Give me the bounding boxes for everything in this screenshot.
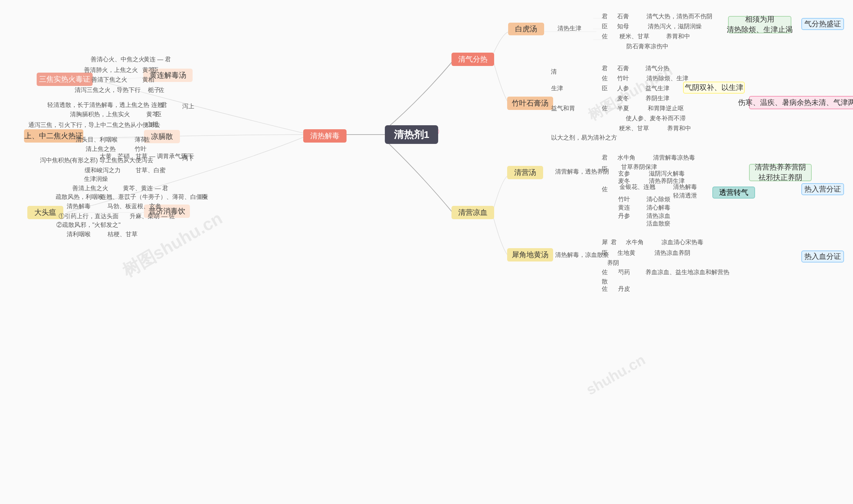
qingre-liangxue-r5: 清热凉血养阴: [645, 249, 700, 258]
huangbai-label: 黄柏: [138, 75, 158, 85]
center-node: 清热剂1: [385, 125, 438, 144]
fangshigao2: 防石膏寒凉伤中: [617, 42, 678, 51]
zuo-label-r3: 佐: [600, 104, 610, 113]
reyingxue-node: 热入营分证: [801, 183, 844, 195]
shigao-r2: 石膏: [613, 64, 633, 73]
dahuang-mangxiao-gancao: 大黄、芒硝、甘草 — 调胃承气汤: [98, 152, 188, 161]
zuo-label2: 佐: [142, 135, 152, 145]
zhi-label-r5: 佐: [600, 285, 610, 294]
huanhe-label: 缓和峻泻之力: [76, 166, 129, 175]
datou-label: 大头瘟: [34, 208, 56, 218]
yinshang-xing2: ①引药上行，直达头面: [54, 212, 123, 221]
qiming-node: 气阴双补、以生津: [683, 82, 745, 94]
jun-label1: 君: [160, 101, 169, 110]
qingqi-fenre-label: 清气分热: [458, 54, 487, 65]
shusan-fengre3: ②疏散风邪，"火郁发之": [54, 220, 123, 230]
shengma-chaihu2: 升麻、柴胡 — 佐: [125, 212, 180, 221]
maidong-r2: 麦冬: [613, 94, 633, 103]
weire-node: 伤寒、温疾、暑病余热未清、气津两伤证: [749, 96, 853, 109]
liangge-san-label: 凉膈散: [151, 131, 173, 142]
chen-label-r2: 臣: [600, 84, 610, 93]
shuiniujiao-r5: 水牛角: [621, 238, 648, 247]
shanqingshang: 善清上焦之火: [63, 184, 118, 193]
shiren-r2: 使人参、麦冬补而不滞: [618, 114, 693, 123]
qingying-liangxue-node: 清营凉血: [451, 206, 494, 219]
qingre-jiedu6: 清热解毒: [59, 202, 97, 211]
zuo-label-r4: 佐: [600, 185, 610, 194]
yangyiShengJin2: 养阴生津: [638, 94, 676, 103]
shengjin-label2: 生津润燥: [76, 175, 116, 184]
huoxue-r4: 活血散瘀: [639, 219, 677, 229]
xiangyi-node: 相须为用清热除烦、生津止渴: [728, 16, 792, 33]
chen-label3: 臣: [200, 193, 209, 202]
lianqiao3: 连翘、薏苡子（牛蒡子）、薄荷、白僵蚕: [100, 193, 208, 202]
liangxue-r1: 清营解毒凉热毒: [645, 153, 703, 163]
mabo-banlangen2: 马勃、板蓝根、玄参: [100, 202, 168, 211]
shaoyao-r5: 芍药: [613, 268, 635, 277]
shanqingxia-fire: 善清下焦之火: [84, 75, 134, 85]
baihu-tang-label: 白虎汤: [515, 24, 537, 34]
mind-map: ♡ 树图shuhu.cn 树图shuhu.cn shuhu.cn 清热剂1 清热…: [0, 0, 853, 504]
qingqi-fenre3: 清气分热: [638, 64, 676, 73]
jinyinhua-r1: 金银花、连翘: [613, 182, 661, 192]
jiegeng-gancao2: 桔梗、甘草: [102, 230, 143, 239]
yida-label: 以大之剂，易为清补之方: [545, 133, 623, 143]
hewei-r2: 和胃降逆止呕: [638, 104, 693, 113]
xijiao-node: 犀角地黄汤: [507, 248, 553, 262]
renshen-r2: 人参: [613, 84, 633, 93]
chen-label-r1: 臣: [600, 22, 610, 31]
jun-dash-r5: 君: [609, 238, 618, 247]
zhuye-r2: 竹叶: [613, 74, 633, 83]
center-label: 清热剂1: [394, 128, 429, 142]
rexuefenzhen-node: 热入血分证: [801, 251, 844, 263]
jun-label-r5: 犀: [600, 238, 610, 247]
yiqi-shengjin2: 益气生津: [638, 84, 676, 93]
liangxue-xin-r5: 凉血清心宋热毒: [653, 238, 711, 247]
qingre-jiedu-label: 清热解毒: [310, 131, 339, 141]
shigao-label-r1: 石膏: [613, 12, 633, 21]
zuo-label1: 佐: [157, 86, 166, 95]
qingying-tang-label: 清营汤: [514, 167, 536, 178]
zhimu-label2: 知母: [613, 22, 633, 31]
baihu-tang-node: 白虎汤: [508, 23, 544, 35]
qingxin-r4: 清心除烦: [639, 195, 677, 204]
jun-label-r4: 君: [600, 153, 610, 163]
shanqingfei-fire: 善清肺火，上焦之火: [84, 66, 138, 75]
qingre-shengJin-label: 清热生津: [557, 24, 582, 33]
qingre-jiedu-r4b: 清心解毒: [639, 203, 677, 213]
jingmi-gancao-r1: 粳米、甘草: [613, 32, 656, 41]
qingre-jiedu-node: 清热解毒: [303, 129, 346, 143]
gancao-baimi2: 甘草、白蜜: [130, 166, 171, 175]
huanglian-jun: 黄连 — 君: [144, 55, 171, 64]
chen-label1: 臣: [151, 66, 160, 75]
qingying-yangyin-node: 清营热养养营阴祛邪扶正养阴: [749, 164, 812, 181]
qingqi-daore2: 清气大热，清热而不伤阴: [638, 12, 721, 21]
qingre-jiedu-r4: 清热解毒: [666, 182, 704, 192]
qingying-tang-node: 清营汤: [507, 166, 543, 179]
shanmeng-label2: 山栀: [142, 120, 162, 129]
huangqin3-huanglian2: 黄芩、黄连 — 君: [118, 184, 173, 193]
yangyihe-zhong2: 养胃和中: [660, 32, 696, 41]
huanglian-r4: 黄连: [613, 203, 635, 213]
mudanpi-r5: 丹皮: [613, 285, 635, 294]
zuo-label-r1: 佐: [600, 32, 610, 41]
yangwei-r2: 养胃和中: [660, 124, 698, 133]
shuli-yanhou2: 清利咽喉: [59, 230, 97, 239]
sanjiao-label: 三焦实热火毒证: [39, 74, 90, 85]
qing-label2: 清: [547, 67, 561, 77]
zuo-label-r5: 佐: [600, 268, 610, 277]
yihe-wei2: 益气和胃: [547, 104, 579, 113]
zhiye-shigao-label: 竹叶石膏汤: [512, 98, 548, 109]
danshen-r4: 丹参: [613, 212, 635, 221]
shanqingxin-fire: 善清心火、中焦之火: [84, 55, 151, 64]
tounying-zhuanqi-node: 透营转气: [712, 186, 755, 199]
shantong-label: 通泻三焦，引火下行，导上中二焦之热从小便而去: [39, 120, 149, 130]
qiongnang-label: 清胸膈积热，上焦实火: [61, 110, 138, 119]
jun-label-r1: 君: [600, 12, 610, 21]
qifen-resheng-node: 气分热盛证: [801, 18, 844, 30]
chen-label2: 臣: [154, 110, 163, 119]
qingre-shengJin-node: 清热生津: [548, 23, 591, 35]
xie-xia-label: 泻下: [180, 154, 197, 163]
qingying-liangxue-label: 清营凉血: [458, 208, 487, 218]
chen-label-r4: 臣: [600, 165, 610, 174]
